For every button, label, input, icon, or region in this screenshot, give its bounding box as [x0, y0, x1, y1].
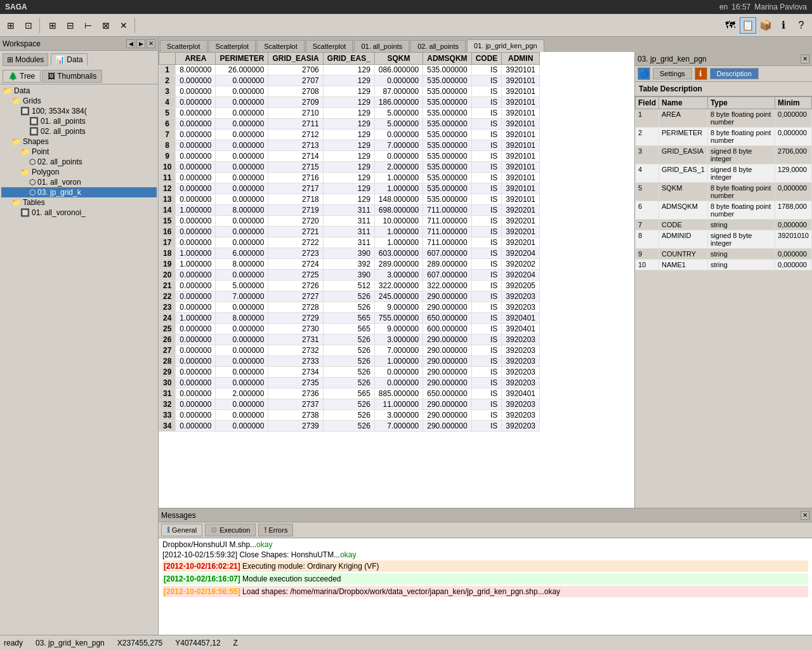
tree-item[interactable]: 📁Polygon	[1, 167, 157, 177]
msg-tab-execution[interactable]: ⚙ Execution	[205, 524, 256, 536]
desc-table-wrapper[interactable]: FieldNameTypeMinim 1AREA8 byte floating …	[635, 96, 812, 508]
right-panel-close[interactable]: ✕	[801, 55, 809, 63]
table-row[interactable]: 200.0000000.00000027253903.000000607.000…	[159, 270, 540, 281]
table-row[interactable]: 340.0000000.00000027395267.000000290.000…	[159, 421, 540, 432]
table-row[interactable]: 250.0000000.00000027305659.000000600.000…	[159, 324, 540, 335]
toolbar-map[interactable]: 🗺	[722, 17, 738, 34]
tree-item[interactable]: 📁Tables	[1, 197, 157, 208]
table-row[interactable]: 330.0000000.00000027385263.000000290.000…	[159, 410, 540, 421]
table-row[interactable]: 110.0000000.00000027161291.000000535.000…	[159, 173, 540, 183]
tree-item[interactable]: 🔲01. all_points	[1, 116, 157, 126]
table-row[interactable]: 120.0000000.00000027171291.000000535.000…	[159, 183, 540, 194]
table-cell-18-6: 289.000000	[423, 259, 471, 270]
table-cell-0-3: 2706	[268, 65, 323, 76]
data-tab-2[interactable]: Scatterplot	[257, 40, 304, 52]
tree-item[interactable]: 🔲01. all_voronoi_	[1, 208, 157, 218]
table-row[interactable]: 210.0000005.0000002726512322.000000322.0…	[159, 281, 540, 291]
table-row[interactable]: 310.0000002.0000002736565885.000000650.0…	[159, 388, 540, 399]
messages-close[interactable]: ✕	[801, 511, 809, 520]
tree-item[interactable]: ⬡02. all_points	[1, 157, 157, 167]
tree-item[interactable]: 🔲100; 3534x 384(	[1, 106, 157, 116]
table-cell-20-8: 3920205	[502, 281, 540, 291]
data-tab-5[interactable]: 02. all_points	[410, 40, 466, 52]
table-cell-33-1: 0.000000	[176, 421, 216, 432]
data-tab-3[interactable]: Scatterplot	[306, 40, 353, 52]
table-row[interactable]: 130.0000000.0000002718129148.000000535.0…	[159, 194, 540, 205]
table-row[interactable]: 50.0000000.00000027101295.000000535.0000…	[159, 108, 540, 119]
table-cell-14-1: 0.000000	[176, 216, 216, 227]
table-row[interactable]: 290.0000000.00000027345260.000000290.000…	[159, 367, 540, 378]
table-cell-13-5: 698.000000	[374, 205, 422, 216]
table-row[interactable]: 280.0000000.00000027335261.000000290.000…	[159, 356, 540, 367]
tree-item-icon: ⬡	[29, 178, 36, 187]
right-tab-description[interactable]: Description	[710, 68, 759, 79]
toolbar-new[interactable]: ⊞	[3, 17, 19, 34]
tab-thumbnails[interactable]: 🖼 Thumbnails	[42, 70, 102, 83]
toolbar-zoom-out[interactable]: ⊟	[62, 17, 79, 34]
tab-tree[interactable]: 🌲 Tree	[3, 70, 41, 83]
toolbar-select[interactable]: ⊠	[98, 17, 114, 34]
table-row[interactable]: 40.0000000.0000002709129186.000000535.00…	[159, 97, 540, 108]
toolbar-close[interactable]: ✕	[115, 17, 132, 34]
data-table-wrapper[interactable]: AREAPERIMETERGRID_EASIAGRID_EAS_SQKMADMS…	[159, 52, 634, 508]
tree-item[interactable]: 📁Shapes	[1, 136, 157, 147]
tree-item[interactable]: ⬡03. jp_grid_k	[1, 187, 157, 197]
workspace-nav-left[interactable]: ◀	[126, 39, 135, 48]
data-tab-6[interactable]: 01. jp_grid_ken_pgn	[467, 39, 544, 52]
table-row[interactable]: 320.0000000.000000273752611.000000290.00…	[159, 399, 540, 410]
table-row[interactable]: 300.0000000.00000027355260.000000290.000…	[159, 378, 540, 388]
table-row[interactable]: 230.0000000.00000027285269.000000290.000…	[159, 302, 540, 313]
right-tab-icon-settings[interactable]: 🔵	[638, 67, 650, 80]
tree-item[interactable]: 📁Grids	[1, 96, 157, 106]
table-row[interactable]: 100.0000000.00000027151292.000000535.000…	[159, 162, 540, 173]
right-tab-icon-info[interactable]: ℹ	[695, 67, 707, 80]
workspace-tabs: ⊞ Modules 📊 Data	[0, 51, 158, 69]
table-row[interactable]: 191.0000008.0000002724392289.000000289.0…	[159, 259, 540, 270]
table-row[interactable]: 181.0000006.0000002723390603.000000607.0…	[159, 248, 540, 259]
toolbar-info[interactable]: ℹ	[775, 17, 792, 34]
table-cell-31-1: 0.000000	[176, 399, 216, 410]
data-tab-1[interactable]: Scatterplot	[209, 40, 256, 52]
status-y: Y4074457,12	[175, 639, 220, 647]
table-row[interactable]: 220.0000007.0000002727526245.000000290.0…	[159, 291, 540, 302]
message-line-3: [2012-10-02/16:16:07] Module execution s…	[162, 573, 808, 585]
tree-content[interactable]: 📁Data📁Grids🔲100; 3534x 384(🔲01. all_poin…	[0, 84, 158, 635]
table-row[interactable]: 80.0000000.00000027131297.000000535.0000…	[159, 140, 540, 151]
table-cell-24-5: 9.000000	[374, 324, 422, 335]
toolbar-zoom-in[interactable]: ⊞	[44, 17, 61, 34]
table-row[interactable]: 90.0000000.00000027141290.000000535.0000…	[159, 151, 540, 162]
tree-item[interactable]: 📁Data	[1, 86, 157, 96]
msg-tab-general[interactable]: ℹ General	[161, 524, 202, 536]
tree-item[interactable]: 📁Point	[1, 147, 157, 157]
toolbar-pan[interactable]: ⊢	[80, 17, 96, 34]
right-tab-settings[interactable]: Settings	[653, 68, 692, 79]
table-row[interactable]: 70.0000000.00000027121290.000000535.0000…	[159, 129, 540, 140]
table-cell-0-4: 129	[323, 65, 374, 76]
tree-item[interactable]: 🔲02. all_points	[1, 126, 157, 136]
toolbar-table[interactable]: 📋	[740, 17, 756, 34]
table-row[interactable]: 30.0000000.000000270812987.000000535.000…	[159, 86, 540, 97]
data-tab-4[interactable]: 01. all_points	[354, 40, 409, 52]
table-row[interactable]: 141.0000008.0000002719311698.000000711.0…	[159, 205, 540, 216]
table-cell-11-3: 2717	[268, 183, 323, 194]
toolbar-3d[interactable]: 📦	[757, 17, 774, 34]
table-row[interactable]: 160.0000000.00000027213111.000000711.000…	[159, 227, 540, 237]
workspace-close[interactable]: ✕	[147, 39, 155, 48]
tree-item[interactable]: ⬡01. all_voron	[1, 177, 157, 187]
table-row[interactable]: 60.0000000.00000027111295.000000535.0000…	[159, 119, 540, 129]
msg-tab-errors[interactable]: ! Errors	[258, 524, 293, 536]
table-row[interactable]: 170.0000000.00000027223111.000000711.000…	[159, 237, 540, 248]
toolbar-help[interactable]: ?	[793, 17, 809, 34]
table-row[interactable]: 241.0000008.0000002729565755.000000650.0…	[159, 313, 540, 324]
table-row[interactable]: 20.0000000.00000027071290.000000535.0000…	[159, 76, 540, 86]
workspace-nav-right[interactable]: ▶	[136, 39, 145, 48]
tab-modules[interactable]: ⊞ Modules	[3, 53, 48, 66]
table-row[interactable]: 260.0000000.00000027315263.000000290.000…	[159, 335, 540, 345]
toolbar-open[interactable]: ⊡	[20, 17, 37, 34]
table-row[interactable]: 150.0000000.000000272031110.000000711.00…	[159, 216, 540, 227]
data-tab-0[interactable]: Scatterplot	[160, 40, 207, 52]
table-header-row: AREAPERIMETERGRID_EASIAGRID_EAS_SQKMADMS…	[159, 53, 540, 65]
table-row[interactable]: 270.0000000.00000027325267.000000290.000…	[159, 345, 540, 356]
tab-data[interactable]: 📊 Data	[51, 53, 87, 66]
table-row[interactable]: 18.00000026.0000002706129086.000000535.0…	[159, 65, 540, 76]
